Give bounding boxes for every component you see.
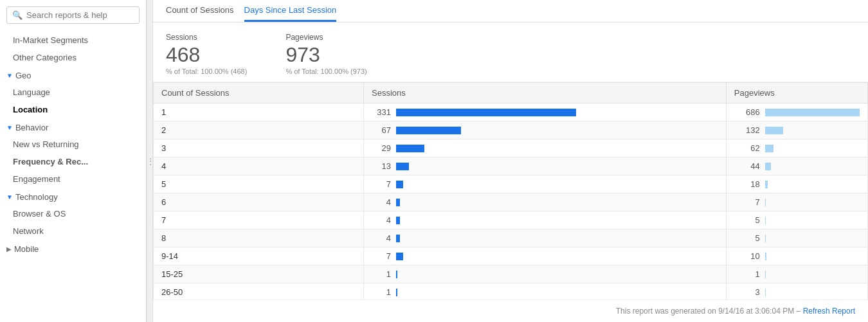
cell-sessions: 1 <box>364 265 727 283</box>
sessions-bar-fill <box>396 163 409 170</box>
data-table: Count of Sessions Sessions Pageviews 1 3… <box>153 82 868 300</box>
sessions-bar-container <box>396 181 718 188</box>
sessions-bar-fill <box>396 145 424 152</box>
cell-count: 2 <box>154 121 364 139</box>
pageviews-value-cell: 1 <box>734 269 760 279</box>
cell-count: 26-50 <box>154 283 364 300</box>
search-input[interactable] <box>26 10 134 20</box>
sessions-value-cell: 7 <box>372 251 391 261</box>
main-content: Count of Sessions Days Since Last Sessio… <box>153 0 868 322</box>
pageviews-bar-container <box>765 217 860 224</box>
sessions-bar-container <box>396 253 718 260</box>
sessions-value-cell: 7 <box>372 179 391 189</box>
sidebar-item-other-categories[interactable]: Other Categories <box>0 49 146 66</box>
cell-sessions: 67 <box>364 121 727 139</box>
pageviews-label: Pageviews <box>285 33 366 42</box>
table-row: 3 29 62 <box>154 139 868 157</box>
pageviews-bar-fill <box>765 163 771 170</box>
cell-sessions: 331 <box>364 103 727 121</box>
pageviews-value-cell: 44 <box>734 161 760 171</box>
sessions-bar-container <box>396 217 718 224</box>
sidebar: 🔍 In-Market Segments Other Categories ▼ … <box>0 0 147 322</box>
cell-pageviews: 5 <box>726 229 867 247</box>
refresh-report-link[interactable]: Refresh Report <box>803 307 855 316</box>
sessions-value-cell: 4 <box>372 215 391 225</box>
table-row: 6 4 7 <box>154 193 868 211</box>
pageviews-bar-fill <box>765 289 766 296</box>
sessions-bar-fill <box>396 235 400 242</box>
sidebar-item-network[interactable]: Network <box>0 222 146 240</box>
cell-count: 6 <box>154 193 364 211</box>
col-header-sessions: Sessions <box>364 83 727 103</box>
pageviews-bar-container <box>765 181 860 188</box>
sessions-bar-fill <box>396 253 403 260</box>
table-row: 15-25 1 1 <box>154 265 868 283</box>
table-row: 9-14 7 10 <box>154 247 868 265</box>
sidebar-section-behavior[interactable]: ▼ Behavior <box>0 118 146 136</box>
pageviews-value-cell: 3 <box>734 287 760 297</box>
summary-section: Sessions 468 % of Total: 100.00% (468) P… <box>153 22 868 82</box>
summary-pageviews: Pageviews 973 % of Total: 100.00% (973) <box>285 33 366 75</box>
cell-count: 5 <box>154 175 364 193</box>
cell-count: 3 <box>154 139 364 157</box>
pageviews-value-cell: 686 <box>734 107 760 117</box>
pageviews-bar-container <box>765 109 860 116</box>
sessions-value-cell: 331 <box>372 107 391 117</box>
pageviews-value-cell: 62 <box>734 143 760 153</box>
sidebar-item-new-vs-returning[interactable]: New vs Returning <box>0 136 146 153</box>
cell-pageviews: 5 <box>726 211 867 229</box>
sessions-bar-fill <box>396 199 400 206</box>
tab-count-sessions[interactable]: Count of Sessions <box>166 5 234 22</box>
pageviews-bar-fill <box>765 235 766 242</box>
cell-pageviews: 3 <box>726 283 867 300</box>
sidebar-section-mobile[interactable]: ▶ Mobile <box>0 240 146 257</box>
pageviews-bar-fill <box>765 109 860 116</box>
col-header-pageviews: Pageviews <box>726 83 867 103</box>
sessions-bar-container <box>396 235 718 242</box>
sidebar-section-geo[interactable]: ▼ Geo <box>0 66 146 84</box>
table-row: 5 7 18 <box>154 175 868 193</box>
technology-arrow-icon: ▼ <box>6 193 13 201</box>
sidebar-item-browser-os[interactable]: Browser & OS <box>0 205 146 222</box>
tab-bar: Count of Sessions Days Since Last Sessio… <box>153 0 868 22</box>
cell-pageviews: 7 <box>726 193 867 211</box>
cell-pageviews: 132 <box>726 121 867 139</box>
cell-count: 15-25 <box>154 265 364 283</box>
pageviews-sub: % of Total: 100.00% (973) <box>285 67 366 75</box>
sidebar-item-language[interactable]: Language <box>0 84 146 101</box>
pageviews-bar-fill <box>765 181 768 188</box>
sidebar-item-location[interactable]: Location <box>0 101 146 118</box>
sidebar-item-in-market-segments[interactable]: In-Market Segments <box>0 31 146 49</box>
cell-pageviews: 18 <box>726 175 867 193</box>
pageviews-bar-fill <box>765 253 766 260</box>
sidebar-resize-handle[interactable]: ⋮ <box>147 0 153 322</box>
sessions-value-cell: 13 <box>372 161 391 171</box>
sessions-value-cell: 67 <box>372 125 391 135</box>
sessions-bar-fill <box>396 127 461 134</box>
cell-count: 1 <box>154 103 364 121</box>
sessions-bar-container <box>396 145 718 152</box>
sessions-bar-fill <box>396 217 400 224</box>
pageviews-bar-fill <box>765 199 766 206</box>
sidebar-item-frequency-rec[interactable]: Frequency & Rec... <box>0 153 146 170</box>
pageviews-value-cell: 18 <box>734 179 760 189</box>
cell-sessions: 7 <box>364 175 727 193</box>
sessions-bar-fill <box>396 271 397 278</box>
cell-pageviews: 62 <box>726 139 867 157</box>
sessions-bar-fill <box>396 289 397 296</box>
sidebar-section-technology[interactable]: ▼ Technology <box>0 188 146 205</box>
sessions-sub: % of Total: 100.00% (468) <box>166 67 247 75</box>
search-box[interactable]: 🔍 <box>6 6 140 24</box>
behavior-arrow-icon: ▼ <box>6 124 13 131</box>
sidebar-item-engagement[interactable]: Engagement <box>0 170 146 188</box>
sessions-value-cell: 4 <box>372 197 391 207</box>
tab-days-since-last-session[interactable]: Days Since Last Session <box>244 5 337 22</box>
pageviews-value-cell: 5 <box>734 233 760 243</box>
sessions-bar-container <box>396 127 718 134</box>
pageviews-bar-container <box>765 127 860 134</box>
cell-pageviews: 686 <box>726 103 867 121</box>
col-header-count: Count of Sessions <box>154 83 364 103</box>
table-row: 8 4 5 <box>154 229 868 247</box>
pageviews-value-cell: 5 <box>734 215 760 225</box>
sessions-bar-fill <box>396 181 403 188</box>
